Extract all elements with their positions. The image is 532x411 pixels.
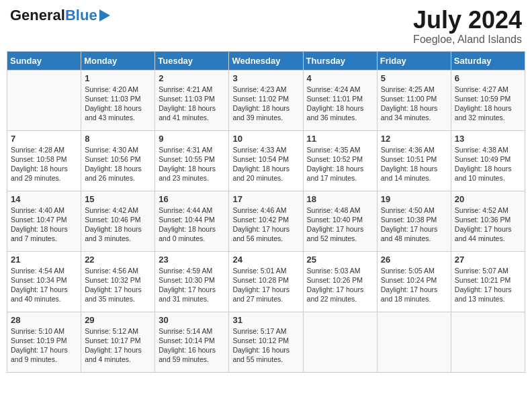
calendar-cell: 19Sunrise: 4:50 AM Sunset: 10:38 PM Dayl… [377, 191, 451, 251]
day-number: 17 [232, 194, 299, 204]
day-number: 10 [232, 134, 299, 144]
day-content: Sunrise: 5:07 AM Sunset: 10:21 PM Daylig… [455, 266, 521, 304]
calendar-cell: 2Sunrise: 4:21 AM Sunset: 11:03 PM Dayli… [155, 70, 229, 130]
day-number: 5 [381, 73, 447, 83]
calendar-cell: 9Sunrise: 4:31 AM Sunset: 10:55 PM Dayli… [155, 130, 229, 191]
calendar-cell: 5Sunrise: 4:25 AM Sunset: 11:00 PM Dayli… [377, 70, 451, 130]
header-saturday: Saturday [451, 51, 525, 70]
calendar-cell: 24Sunrise: 5:01 AM Sunset: 10:28 PM Dayl… [229, 251, 303, 312]
calendar-cell: 21Sunrise: 4:54 AM Sunset: 10:34 PM Dayl… [7, 251, 81, 312]
header-friday: Friday [377, 51, 451, 70]
calendar-cell [7, 70, 81, 130]
day-number: 30 [159, 315, 225, 325]
day-number: 14 [11, 194, 77, 204]
calendar-week-4: 21Sunrise: 4:54 AM Sunset: 10:34 PM Dayl… [7, 251, 525, 312]
day-number: 29 [85, 315, 151, 325]
calendar-cell: 17Sunrise: 4:46 AM Sunset: 10:42 PM Dayl… [229, 191, 303, 251]
day-number: 19 [381, 194, 447, 204]
calendar-week-2: 7Sunrise: 4:28 AM Sunset: 10:58 PM Dayli… [7, 130, 525, 191]
page-header: GeneralBlue July 2024 Foegloe, Aland Isl… [7, 7, 525, 46]
day-number: 12 [381, 134, 447, 144]
day-number: 28 [11, 315, 77, 325]
day-content: Sunrise: 4:33 AM Sunset: 10:54 PM Daylig… [232, 145, 299, 183]
day-content: Sunrise: 4:20 AM Sunset: 11:03 PM Daylig… [85, 85, 151, 123]
day-number: 9 [159, 134, 225, 144]
logo-arrow-icon [99, 9, 110, 21]
day-number: 13 [455, 134, 521, 144]
day-content: Sunrise: 5:03 AM Sunset: 10:26 PM Daylig… [307, 266, 373, 304]
day-content: Sunrise: 4:25 AM Sunset: 11:00 PM Daylig… [381, 85, 447, 123]
calendar-cell: 8Sunrise: 4:30 AM Sunset: 10:56 PM Dayli… [81, 130, 155, 191]
day-number: 7 [11, 134, 77, 144]
calendar-cell: 16Sunrise: 4:44 AM Sunset: 10:44 PM Dayl… [155, 191, 229, 251]
logo-general: General [10, 7, 65, 24]
day-content: Sunrise: 4:30 AM Sunset: 10:56 PM Daylig… [85, 145, 151, 183]
day-number: 4 [307, 73, 373, 83]
calendar-cell: 27Sunrise: 5:07 AM Sunset: 10:21 PM Dayl… [451, 251, 525, 312]
day-content: Sunrise: 4:40 AM Sunset: 10:47 PM Daylig… [11, 205, 77, 244]
day-number: 27 [455, 255, 521, 265]
calendar-cell: 18Sunrise: 4:48 AM Sunset: 10:40 PM Dayl… [303, 191, 377, 251]
day-number: 20 [455, 194, 521, 204]
logo-blue: Blue [65, 7, 97, 24]
calendar-cell: 1Sunrise: 4:20 AM Sunset: 11:03 PM Dayli… [81, 70, 155, 130]
calendar-week-3: 14Sunrise: 4:40 AM Sunset: 10:47 PM Dayl… [7, 191, 525, 251]
day-content: Sunrise: 4:56 AM Sunset: 10:32 PM Daylig… [85, 266, 151, 304]
day-number: 11 [307, 134, 373, 144]
calendar-cell: 15Sunrise: 4:42 AM Sunset: 10:46 PM Dayl… [81, 191, 155, 251]
day-content: Sunrise: 4:27 AM Sunset: 10:59 PM Daylig… [455, 85, 521, 123]
day-number: 15 [85, 194, 151, 204]
calendar-cell: 26Sunrise: 5:05 AM Sunset: 10:24 PM Dayl… [377, 251, 451, 312]
day-content: Sunrise: 5:14 AM Sunset: 10:14 PM Daylig… [159, 326, 225, 365]
day-number: 16 [159, 194, 225, 204]
day-number: 8 [85, 134, 151, 144]
day-content: Sunrise: 4:38 AM Sunset: 10:49 PM Daylig… [455, 145, 521, 183]
day-number: 2 [159, 73, 225, 83]
calendar-cell: 22Sunrise: 4:56 AM Sunset: 10:32 PM Dayl… [81, 251, 155, 312]
day-content: Sunrise: 4:50 AM Sunset: 10:38 PM Daylig… [381, 205, 447, 244]
calendar-cell: 30Sunrise: 5:14 AM Sunset: 10:14 PM Dayl… [155, 312, 229, 372]
calendar-table: SundayMondayTuesdayWednesdayThursdayFrid… [7, 51, 525, 373]
calendar-cell: 20Sunrise: 4:52 AM Sunset: 10:36 PM Dayl… [451, 191, 525, 251]
day-content: Sunrise: 5:01 AM Sunset: 10:28 PM Daylig… [232, 266, 299, 304]
day-content: Sunrise: 5:12 AM Sunset: 10:17 PM Daylig… [85, 326, 151, 365]
header-monday: Monday [81, 51, 155, 70]
day-content: Sunrise: 5:17 AM Sunset: 10:12 PM Daylig… [232, 326, 299, 365]
calendar-cell [451, 312, 525, 372]
day-content: Sunrise: 4:28 AM Sunset: 10:58 PM Daylig… [11, 145, 77, 183]
logo: GeneralBlue [10, 7, 110, 24]
day-content: Sunrise: 4:23 AM Sunset: 11:02 PM Daylig… [232, 85, 299, 123]
day-content: Sunrise: 4:54 AM Sunset: 10:34 PM Daylig… [11, 266, 77, 304]
header-tuesday: Tuesday [155, 51, 229, 70]
day-number: 22 [85, 255, 151, 265]
day-content: Sunrise: 5:10 AM Sunset: 10:19 PM Daylig… [11, 326, 77, 365]
day-number: 3 [232, 73, 299, 83]
calendar-cell: 6Sunrise: 4:27 AM Sunset: 10:59 PM Dayli… [451, 70, 525, 130]
calendar-cell: 13Sunrise: 4:38 AM Sunset: 10:49 PM Dayl… [451, 130, 525, 191]
calendar-week-1: 1Sunrise: 4:20 AM Sunset: 11:03 PM Dayli… [7, 70, 525, 130]
calendar-cell: 4Sunrise: 4:24 AM Sunset: 11:01 PM Dayli… [303, 70, 377, 130]
day-content: Sunrise: 4:46 AM Sunset: 10:42 PM Daylig… [232, 205, 299, 244]
title-section: July 2024 Foegloe, Aland Islands [413, 7, 522, 46]
day-number: 25 [307, 255, 373, 265]
day-content: Sunrise: 4:42 AM Sunset: 10:46 PM Daylig… [85, 205, 151, 244]
calendar-cell: 14Sunrise: 4:40 AM Sunset: 10:47 PM Dayl… [7, 191, 81, 251]
day-number: 24 [232, 255, 299, 265]
day-number: 21 [11, 255, 77, 265]
calendar-header-row: SundayMondayTuesdayWednesdayThursdayFrid… [7, 51, 525, 70]
day-number: 31 [232, 315, 299, 325]
day-number: 18 [307, 194, 373, 204]
day-number: 1 [85, 73, 151, 83]
calendar-cell: 7Sunrise: 4:28 AM Sunset: 10:58 PM Dayli… [7, 130, 81, 191]
calendar-cell [303, 312, 377, 372]
calendar-cell: 23Sunrise: 4:59 AM Sunset: 10:30 PM Dayl… [155, 251, 229, 312]
day-number: 23 [159, 255, 225, 265]
day-content: Sunrise: 4:21 AM Sunset: 11:03 PM Daylig… [159, 85, 225, 123]
day-content: Sunrise: 4:59 AM Sunset: 10:30 PM Daylig… [159, 266, 225, 304]
day-content: Sunrise: 4:31 AM Sunset: 10:55 PM Daylig… [159, 145, 225, 183]
month-year-title: July 2024 [413, 7, 522, 34]
header-thursday: Thursday [303, 51, 377, 70]
calendar-cell: 10Sunrise: 4:33 AM Sunset: 10:54 PM Dayl… [229, 130, 303, 191]
day-content: Sunrise: 4:48 AM Sunset: 10:40 PM Daylig… [307, 205, 373, 244]
calendar-cell: 28Sunrise: 5:10 AM Sunset: 10:19 PM Dayl… [7, 312, 81, 372]
